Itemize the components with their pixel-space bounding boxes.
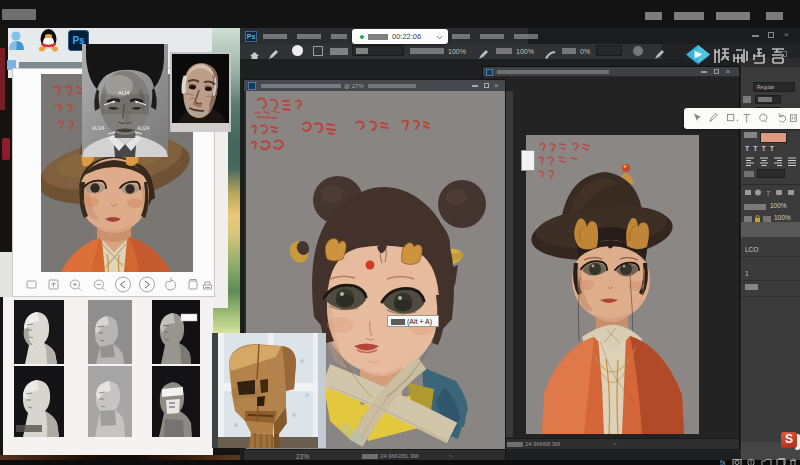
svg-text:T: T xyxy=(766,190,771,197)
svg-text:AU24: AU24 xyxy=(92,125,105,131)
svg-text:AU24: AU24 xyxy=(137,125,150,131)
svg-text:fx: fx xyxy=(720,459,726,465)
svg-text:AU4: AU4 xyxy=(118,90,130,96)
